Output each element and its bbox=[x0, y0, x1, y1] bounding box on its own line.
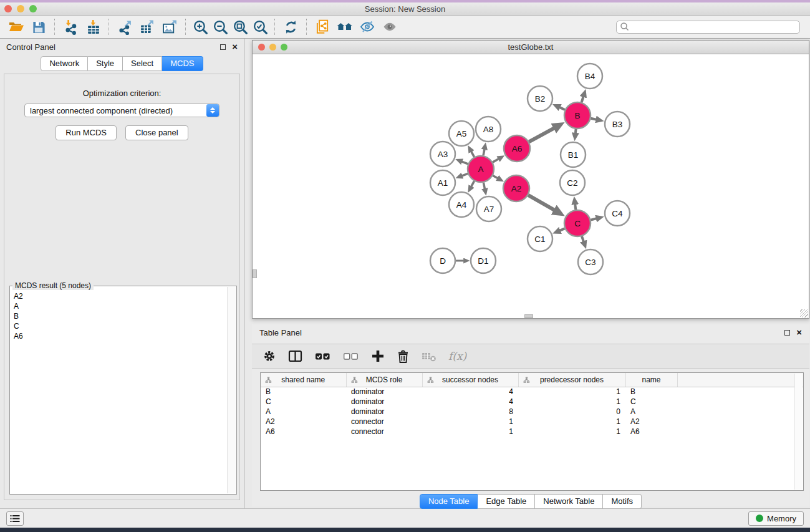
table-cell[interactable]: connector bbox=[346, 417, 422, 427]
resize-grip-icon[interactable] bbox=[800, 309, 808, 317]
graph-edge-A-A4[interactable] bbox=[471, 181, 475, 186]
delete-column-button[interactable] bbox=[397, 347, 410, 365]
network-canvas[interactable]: AA1A2A3A4A5A6A7A8BB1B2B3B4CC1C2C3C4DD1 bbox=[253, 55, 809, 318]
table-cell[interactable]: C bbox=[261, 397, 346, 407]
table-row[interactable]: A2connector11A2 bbox=[261, 417, 803, 427]
float-panel-icon[interactable] bbox=[220, 44, 226, 50]
minimize-view-icon[interactable] bbox=[269, 44, 276, 51]
tab-network[interactable]: Network bbox=[41, 56, 88, 71]
table-cell[interactable]: 1 bbox=[518, 417, 625, 427]
table-cell[interactable]: C bbox=[625, 397, 677, 407]
import-network-button[interactable] bbox=[59, 17, 82, 36]
close-panel-icon[interactable]: × bbox=[232, 44, 238, 50]
table-scrollbar[interactable] bbox=[794, 374, 803, 490]
mcds-result-item[interactable]: C bbox=[14, 321, 223, 331]
run-mcds-button[interactable]: Run MCDS bbox=[55, 125, 117, 140]
hide-selected-button[interactable] bbox=[356, 17, 378, 36]
graph-edge-C-C4[interactable] bbox=[591, 218, 596, 220]
network-graph[interactable]: AA1A2A3A4A5A6A7A8BB1B2B3B4CC1C2C3C4DD1 bbox=[253, 55, 809, 318]
tab-motifs[interactable]: Motifs bbox=[603, 494, 642, 509]
graph-edge-B-B2[interactable] bbox=[560, 107, 565, 110]
table-cell[interactable]: B bbox=[625, 387, 677, 397]
column-header-shared-name[interactable]: shared name bbox=[261, 373, 346, 387]
search-box[interactable] bbox=[616, 21, 800, 34]
graph-edge-A-A2[interactable] bbox=[493, 176, 498, 178]
delete-table-button[interactable] bbox=[422, 347, 436, 365]
import-table-button[interactable] bbox=[82, 17, 104, 36]
table-cell[interactable]: 1 bbox=[518, 387, 625, 397]
column-header-name[interactable]: name bbox=[625, 373, 677, 387]
split-panel-button[interactable] bbox=[288, 347, 303, 365]
close-panel-button[interactable]: Close panel bbox=[125, 125, 188, 140]
table-cell[interactable]: 4 bbox=[422, 397, 518, 407]
graph-edge-A-A6[interactable] bbox=[493, 159, 498, 162]
table-cell[interactable]: B bbox=[261, 387, 346, 397]
show-all-button[interactable] bbox=[378, 17, 401, 36]
table-cell[interactable]: 4 bbox=[422, 387, 518, 397]
zoom-fit-button[interactable] bbox=[230, 17, 250, 36]
tab-node-table[interactable]: Node Table bbox=[420, 494, 478, 509]
table-cell[interactable]: connector bbox=[346, 427, 422, 437]
graph-edge-A-A8[interactable] bbox=[483, 149, 485, 155]
table-row[interactable]: A6connector11A6 bbox=[261, 427, 803, 437]
table-row[interactable]: Adominator80A bbox=[261, 407, 803, 417]
table-cell[interactable]: A bbox=[261, 407, 346, 417]
table-cell[interactable]: A2 bbox=[261, 417, 346, 427]
close-table-panel-icon[interactable]: × bbox=[796, 329, 802, 336]
graph-edge-C-C2[interactable] bbox=[575, 204, 576, 210]
mcds-result-item[interactable]: A2 bbox=[14, 291, 223, 301]
mcds-result-item[interactable]: A6 bbox=[14, 331, 223, 341]
graph-edge-A6-B[interactable] bbox=[529, 128, 554, 142]
close-view-icon[interactable] bbox=[258, 44, 265, 51]
open-session-button[interactable] bbox=[5, 17, 27, 36]
minimize-window-icon[interactable] bbox=[17, 5, 24, 12]
task-history-button[interactable] bbox=[6, 511, 24, 526]
zoom-selected-button[interactable] bbox=[250, 17, 270, 36]
search-input[interactable] bbox=[630, 22, 799, 31]
function-builder-button[interactable]: f(x) bbox=[448, 347, 466, 365]
graph-edge-C-C1[interactable] bbox=[560, 228, 565, 230]
graph-edge-A-A3[interactable] bbox=[462, 162, 468, 164]
table-row[interactable]: Cdominator41C bbox=[261, 397, 803, 407]
save-session-button[interactable] bbox=[27, 17, 50, 36]
vertical-scroll-thumb[interactable] bbox=[253, 269, 257, 278]
zoom-in-button[interactable] bbox=[190, 17, 210, 36]
zoom-window-icon[interactable] bbox=[29, 5, 37, 12]
table-cell[interactable]: 8 bbox=[422, 407, 518, 417]
first-neighbors-button[interactable] bbox=[334, 17, 356, 36]
select-all-button[interactable] bbox=[315, 347, 331, 365]
float-table-panel-icon[interactable] bbox=[784, 330, 790, 336]
graph-edge-A-A5[interactable] bbox=[471, 152, 475, 157]
new-network-from-selection-button[interactable] bbox=[311, 17, 334, 36]
tab-mcds[interactable]: MCDS bbox=[162, 56, 203, 71]
zoom-view-icon[interactable] bbox=[281, 44, 287, 51]
zoom-out-button[interactable] bbox=[210, 17, 230, 36]
graph-edge-A-A7[interactable] bbox=[483, 183, 485, 189]
table-cell[interactable]: dominator bbox=[346, 387, 422, 397]
table-cell[interactable]: dominator bbox=[346, 407, 422, 417]
tab-network-table[interactable]: Network Table bbox=[535, 494, 603, 509]
graph-edge-A-A1[interactable] bbox=[462, 173, 468, 175]
table-cell[interactable]: 0 bbox=[518, 407, 625, 417]
table-cell[interactable]: A6 bbox=[261, 427, 346, 437]
tab-style[interactable]: Style bbox=[88, 56, 123, 71]
mcds-result-item[interactable]: A bbox=[14, 301, 223, 311]
horizontal-scroll-thumb[interactable] bbox=[524, 314, 533, 318]
column-header-mcds-role[interactable]: MCDS role bbox=[346, 373, 422, 387]
export-table-button[interactable] bbox=[136, 17, 158, 36]
export-network-button[interactable] bbox=[113, 17, 136, 36]
apply-layout-button[interactable] bbox=[279, 17, 302, 36]
table-cell[interactable]: 1 bbox=[518, 397, 625, 407]
graph-edge-C-C3[interactable] bbox=[582, 236, 584, 241]
table-cell[interactable]: A bbox=[625, 407, 677, 417]
graph-edge-A2-C[interactable] bbox=[528, 195, 554, 210]
column-header-successor-nodes[interactable]: successor nodes bbox=[422, 373, 518, 387]
table-cell[interactable]: 1 bbox=[422, 427, 518, 437]
tab-select[interactable]: Select bbox=[123, 56, 162, 71]
result-scrollbar[interactable] bbox=[227, 287, 236, 493]
criterion-dropdown[interactable]: largest connected component (directed) bbox=[24, 104, 219, 117]
mcds-result-item[interactable]: B bbox=[14, 311, 223, 321]
export-image-button[interactable] bbox=[158, 17, 181, 36]
column-header-predecessor-nodes[interactable]: predecessor nodes bbox=[518, 373, 625, 387]
graph-edge-B-B4[interactable] bbox=[582, 97, 584, 102]
